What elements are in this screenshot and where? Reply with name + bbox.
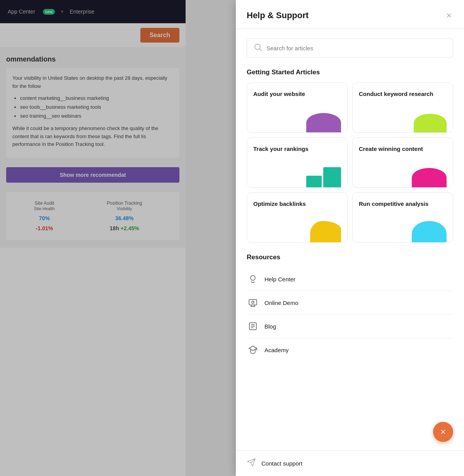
online-demo-label: Online Demo — [264, 300, 299, 306]
article-search-bar[interactable] — [247, 38, 453, 58]
card-illustration-competitive — [359, 219, 447, 242]
float-close-icon: × — [440, 427, 446, 437]
card-competitive-analysis[interactable]: Run competitive analysis — [352, 192, 453, 243]
panel-header: Help & Support × — [236, 0, 464, 29]
card-title: Create winning content — [359, 145, 447, 161]
academy-icon — [247, 344, 259, 356]
panel-title: Help & Support — [247, 10, 309, 21]
demo-icon — [247, 296, 259, 309]
help-center-label: Help Center — [264, 276, 295, 283]
card-winning-content[interactable]: Create winning content — [352, 137, 453, 188]
svg-line-1 — [260, 49, 262, 51]
card-illustration-audit — [253, 109, 341, 132]
purple-shape-icon — [306, 113, 341, 132]
article-cards-grid: Audit your website Conduct keyword resea… — [247, 82, 453, 243]
help-support-panel: Help & Support × Getting Started Article… — [236, 0, 464, 476]
send-icon — [247, 458, 256, 469]
getting-started-heading: Getting Started Articles — [247, 68, 453, 76]
close-panel-button[interactable]: × — [445, 9, 453, 22]
resources-heading: Resources — [247, 253, 453, 261]
svg-point-5 — [252, 301, 254, 303]
resource-help-center[interactable]: Help Center — [247, 267, 453, 291]
resources-list: Help Center Online Demo — [247, 267, 453, 361]
svg-marker-13 — [249, 346, 257, 351]
card-title: Audit your website — [253, 90, 341, 106]
card-track-rankings[interactable]: Track your rankings — [247, 137, 348, 188]
cyan-shape-icon — [412, 221, 447, 242]
card-title: Run competitive analysis — [359, 200, 447, 216]
card-illustration-keyword — [359, 109, 447, 132]
search-input[interactable] — [266, 45, 447, 51]
pink-shape-icon — [412, 168, 447, 187]
blog-label: Blog — [264, 323, 276, 330]
lightbulb-icon — [247, 273, 259, 285]
card-keyword-research[interactable]: Conduct keyword research — [352, 82, 453, 133]
blog-icon — [247, 320, 259, 332]
card-title: Track your rankings — [253, 145, 341, 161]
card-optimize-backlinks[interactable]: Optimize backlinks — [247, 192, 348, 243]
float-close-button[interactable]: × — [433, 422, 453, 442]
svg-rect-4 — [249, 300, 257, 305]
resource-blog[interactable]: Blog — [247, 315, 453, 338]
yellow-shape-icon — [310, 221, 341, 242]
card-illustration-content — [359, 164, 447, 187]
teal-steps-icon — [306, 167, 341, 187]
svg-point-0 — [255, 44, 260, 50]
contact-support-label: Contact support — [261, 460, 302, 467]
panel-body: Getting Started Articles Audit your webs… — [236, 29, 464, 450]
card-title: Conduct keyword research — [359, 90, 447, 106]
card-audit-website[interactable]: Audit your website — [247, 82, 348, 133]
lime-shape-icon — [414, 114, 447, 132]
resource-academy[interactable]: Academy — [247, 338, 453, 361]
academy-label: Academy — [264, 347, 289, 353]
card-title: Optimize backlinks — [253, 200, 341, 216]
card-illustration-backlinks — [253, 219, 341, 242]
card-illustration-rankings — [253, 164, 341, 187]
resource-online-demo[interactable]: Online Demo — [247, 291, 453, 315]
search-icon — [253, 43, 263, 53]
contact-support-footer[interactable]: Contact support — [236, 450, 464, 476]
